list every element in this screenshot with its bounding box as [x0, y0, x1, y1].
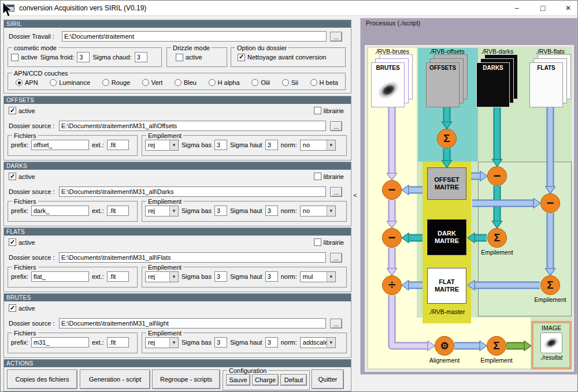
- flats-rej-select[interactable]: rej ▾: [145, 271, 179, 282]
- brutes-rej-select[interactable]: rej ▾: [145, 337, 179, 348]
- darks-rej-select[interactable]: rej ▾: [145, 206, 179, 216]
- dossier-travail-browse-button[interactable]: ...: [330, 32, 342, 42]
- dropdown-arrow-icon: ▾: [169, 140, 178, 150]
- offsets-ext-input[interactable]: [107, 140, 129, 150]
- close-button[interactable]: ✕: [560, 1, 577, 15]
- process-panel: Processus (./script) ./RVB-brutes ./RVB-…: [360, 18, 577, 375]
- flats-active-checkbox[interactable]: ✓ active: [9, 238, 35, 246]
- radio-halpha[interactable]: H alpha: [209, 79, 240, 86]
- darks-active-checkbox[interactable]: ✓ active: [9, 173, 35, 180]
- offsets-librairie-checkbox[interactable]: librairie: [314, 107, 344, 114]
- radio-luminance[interactable]: Luminance: [50, 79, 90, 86]
- radio-bleu[interactable]: Bleu: [175, 79, 197, 86]
- darks-browse-button[interactable]: ...: [330, 187, 342, 197]
- titlebar[interactable]: conversion Acquisition vers SIRIL (V0.19…: [1, 1, 577, 16]
- cosmetic-mode-group: cosmetic mode active Sigma froid: Sigma …: [8, 44, 162, 68]
- offsets-dossier-input[interactable]: [59, 121, 326, 131]
- flats-librairie-checkbox[interactable]: librairie: [314, 238, 344, 246]
- offsets-norm-select[interactable]: no ▾: [300, 140, 336, 151]
- copies-fichiers-button[interactable]: Copies des fichiers: [7, 369, 77, 389]
- brutes-sigma-bas-input[interactable]: [214, 337, 227, 348]
- check-icon: ✓: [239, 54, 244, 60]
- checkbox-box: ✓: [9, 304, 16, 312]
- darks-norm-select[interactable]: no ▾: [300, 206, 336, 216]
- regroupe-scripts-button[interactable]: Regroupe - scripts: [152, 369, 220, 389]
- brutes-sigma-haut-input[interactable]: [265, 337, 278, 348]
- darks-prefix-label: prefix:: [11, 207, 28, 214]
- minimize-button[interactable]: –: [508, 1, 525, 15]
- flats-empilement-group: Empilement rej ▾ Sigma bas Sigma haut no…: [142, 264, 347, 288]
- darks-sigma-bas-input[interactable]: [214, 206, 227, 216]
- panel-splitter[interactable]: <: [351, 16, 360, 375]
- sigma-froid-label: Sigma froid:: [40, 54, 75, 61]
- check-icon: ✓: [10, 173, 15, 180]
- flats-browse-button[interactable]: ...: [330, 253, 342, 263]
- brutes-prefix-input[interactable]: [31, 337, 89, 348]
- cosmetic-active-checkbox[interactable]: active: [11, 54, 38, 61]
- offsets-active-checkbox[interactable]: ✓ active: [9, 107, 35, 114]
- radio-oiii[interactable]: Oiii: [251, 79, 270, 86]
- brutes-section-header: BRUTES: [4, 294, 351, 301]
- offsets-sigma-haut-input[interactable]: [265, 140, 278, 150]
- radio-circle: [251, 79, 258, 86]
- darks-prefix-input[interactable]: [31, 206, 89, 216]
- brutes-dossier-input[interactable]: [59, 318, 326, 328]
- radio-sii[interactable]: Sii: [282, 79, 298, 86]
- flats-norm-select[interactable]: mul ▾: [300, 271, 336, 282]
- brutes-browse-button[interactable]: ...: [330, 319, 342, 328]
- darks-ext-input[interactable]: [107, 206, 129, 216]
- radio-vert[interactable]: Vert: [142, 79, 163, 86]
- dark-maitre-box: DARK MAITRE: [427, 219, 466, 255]
- sigma-froid-input[interactable]: [77, 52, 90, 62]
- brutes-ext-label: ext.:: [92, 339, 104, 346]
- flats-dossier-label: Dossier source :: [9, 254, 54, 261]
- result-caption: ./resultat: [540, 354, 562, 361]
- radio-rouge[interactable]: Rouge: [102, 79, 130, 86]
- offsets-rej-select[interactable]: rej ▾: [145, 140, 179, 151]
- brutes-prefix-label: prefix:: [11, 339, 28, 346]
- option-dossier-group: Option du dossier ✓ Nettoyage avant conv…: [231, 44, 346, 68]
- checkbox-box: [314, 173, 321, 180]
- offsets-sigma-bas-input[interactable]: [214, 140, 227, 150]
- nettoyage-checkbox[interactable]: ✓ Nettoyage avant conversion: [238, 54, 326, 61]
- offsets-prefix-input[interactable]: [31, 140, 89, 150]
- darks-sigma-haut-input[interactable]: [265, 206, 278, 216]
- brutes-norm-select[interactable]: addscale ▾: [300, 337, 336, 348]
- stack-card: OFFSETS: [426, 62, 460, 107]
- radio-apn[interactable]: APN: [16, 79, 38, 86]
- flats-ext-input[interactable]: [107, 271, 129, 282]
- checkbox-box: ✓: [9, 107, 16, 114]
- darks-dossier-input[interactable]: [59, 186, 326, 197]
- darks-ext-label: ext.:: [92, 207, 104, 214]
- app-window: conversion Acquisition vers SIRIL (V0.19…: [0, 0, 578, 392]
- offsets-browse-button[interactable]: ...: [330, 121, 342, 131]
- drizzle-active-checkbox[interactable]: active: [176, 54, 202, 61]
- radio-circle: [209, 79, 216, 86]
- galaxy-image: [542, 334, 561, 351]
- result-title: IMAGE: [542, 324, 561, 331]
- brutes-active-checkbox[interactable]: ✓ active: [9, 304, 35, 312]
- dropdown-arrow-icon: ▾: [327, 140, 335, 150]
- sum-icon-darks: Σ: [487, 228, 507, 248]
- dropdown-arrow-icon: ▾: [169, 206, 178, 216]
- radio-hbeta[interactable]: H beta: [310, 79, 338, 86]
- flats-prefix-input[interactable]: [31, 271, 89, 282]
- sauve-button[interactable]: Sauve: [226, 374, 250, 386]
- defaut-button[interactable]: Defaut: [280, 374, 307, 386]
- quitter-button[interactable]: Quitter: [312, 369, 344, 389]
- apn-ccd-group: APN/CCD couches APN Luminance Rouge Vert: [8, 70, 346, 91]
- maximize-button[interactable]: □: [534, 1, 551, 15]
- charge-button[interactable]: Charge: [252, 374, 279, 386]
- flats-sigma-bas-input[interactable]: [214, 271, 227, 282]
- darks-librairie-checkbox[interactable]: librairie: [314, 173, 344, 180]
- sigma-chaud-input[interactable]: [135, 52, 147, 62]
- brutes-ext-input[interactable]: [107, 337, 129, 348]
- brutes-fichiers-group: Fichiers prefix: ext.:: [8, 330, 138, 354]
- generation-script-button[interactable]: Generation - script: [80, 369, 150, 389]
- flats-dossier-input[interactable]: [59, 252, 326, 263]
- flats-sigma-haut-input[interactable]: [265, 271, 278, 282]
- stack-card: DARKS: [476, 62, 510, 107]
- dossier-travail-input[interactable]: [62, 31, 327, 42]
- offsets-dossier-label: Dossier source :: [9, 122, 54, 129]
- radio-circle: [16, 79, 23, 86]
